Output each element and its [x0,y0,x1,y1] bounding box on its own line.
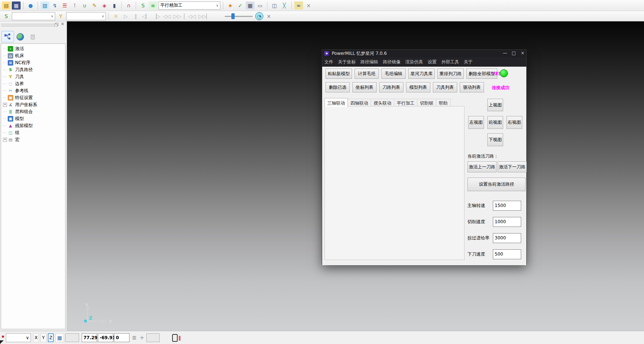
rewind-icon[interactable]: ◁◁ [162,12,172,20]
tree-item[interactable]: ≣层和组合 [1,108,65,115]
speed-input[interactable]: 3000 [493,233,521,243]
pause-icon[interactable]: ∥ [131,12,140,20]
tree-item[interactable]: +▤宏 [1,136,65,143]
menu-item[interactable]: 关于坐标 [338,59,356,65]
fast-forward-icon[interactable]: ▷▷ [173,12,182,20]
measure-icon[interactable]: ▭ [256,1,264,10]
speed-input[interactable]: 500 [493,249,521,259]
axis-x-button[interactable]: X [33,333,39,342]
pattern-points-icon[interactable]: ◈ [100,1,109,10]
toolbar-close-icon[interactable]: × [304,1,313,10]
toolpath-strategy-icon[interactable]: ↯ [50,1,59,10]
toolpath-select-dropdown[interactable]: ∨ [12,12,55,20]
view-bottom-button[interactable]: 下视图 [487,133,503,146]
lead-in-icon[interactable]: ∩ [124,1,133,10]
tool-check-icon[interactable]: ✓ [236,1,245,10]
expand-icon[interactable]: + [3,138,8,142]
tree-item[interactable]: ⌂机床 [1,52,65,59]
tree-item[interactable]: ≡NC程序 [1,59,65,66]
resize-grip[interactable] [0,340,4,344]
menu-item[interactable]: 文件 [324,59,333,65]
tree-item[interactable]: ✂参考线 [1,87,65,94]
tab[interactable]: 帮助 [436,99,451,107]
tool-select-dropdown[interactable]: ∨ [66,12,106,20]
explorer-tree-tab[interactable] [1,31,14,42]
tool-holder-icon[interactable]: ◫ [270,1,279,10]
axis-z-button[interactable]: Z [48,333,54,342]
dialog-action-button[interactable]: 星河刀具库 [408,69,435,79]
close-button[interactable]: × [519,50,527,57]
dialog-action-button[interactable]: 删除已选 [325,82,350,92]
swap-tools-icon[interactable]: ╳ [280,1,289,10]
save-project-icon[interactable]: ▦ [12,1,21,10]
tree-item[interactable]: ◌边界 [1,80,65,87]
open-project-icon[interactable]: ▤ [2,1,11,10]
dialog-action-button[interactable]: 毛坯编辑 [381,69,406,79]
maximize-button[interactable]: □ [510,50,518,57]
view-left-button[interactable]: 左视图 [468,116,484,129]
tab[interactable]: 四轴联动 [348,99,371,107]
tool-flash-icon[interactable]: ★ [226,1,235,10]
tolerance-field[interactable] [146,333,160,342]
workplane-cylinder-icon[interactable]: ▮ [110,1,119,10]
tab[interactable]: 摆头联动 [371,99,394,107]
toolbar-close-icon[interactable]: × [264,12,273,20]
dialog-titlebar[interactable]: ★ PowerMILL 忆梦星河 7.0.6 [322,50,526,57]
boundary-edit-icon[interactable]: ✎ [90,1,99,10]
panel-grip[interactable] [1,23,55,24]
block-icon[interactable]: ▧ [40,1,49,10]
dialog-action-button[interactable]: 粘贴新模型 [325,69,352,79]
workplane-axis-icon[interactable]: + [138,333,146,342]
tree-item[interactable]: ▲残留模型 [1,122,65,129]
slider-handle[interactable] [231,13,235,19]
coordinate-z-field[interactable]: 0 [114,333,129,342]
menu-item[interactable]: 路径编辑 [360,59,378,65]
dialog-action-button[interactable]: 重排列刀路 [437,69,464,79]
tree-item[interactable]: +∡用户坐标系 [1,101,65,108]
powermill-logo-icon[interactable]: S [2,12,11,20]
minimize-button[interactable]: — [501,50,509,57]
panel-grip[interactable] [1,25,55,26]
xyz-list-icon[interactable]: ≣ [131,333,138,342]
menu-item[interactable]: 外部工具 [441,59,459,65]
skip-end-icon[interactable]: ▷▷▏ [198,12,211,20]
lightbulb-icon[interactable]: ☼ [111,12,120,20]
search-binoculars-icon[interactable]: ∞ [294,1,303,10]
tree-item[interactable]: ◫组 [1,129,65,136]
coordinate-x-field[interactable]: 77.2951 [82,333,97,342]
tree-item[interactable]: S刀具路径 [1,66,65,73]
tools-icon[interactable]: Y [56,12,65,20]
view-front-button[interactable]: 前视图 [487,116,503,129]
calculator-icon[interactable]: ▦ [246,1,255,10]
web-globe-tab[interactable] [14,31,26,42]
dialog-action-button[interactable]: 刀路列表 [379,82,403,92]
tree-item[interactable]: ▣模型 [1,115,65,122]
powermill-logo-icon[interactable]: S [139,1,147,10]
float-panel-icon[interactable] [54,22,58,28]
leads-links-icon[interactable]: ∪ [80,1,89,10]
skip-start-icon[interactable]: ▏◁◁ [183,12,196,20]
set-active-path-button[interactable]: 设置当前激活路径 [467,178,526,191]
view-right-button[interactable]: 右视图 [506,116,522,129]
tree-item[interactable]: ›激活 [1,45,65,52]
axis-y-button[interactable]: Y [40,333,46,342]
tab[interactable]: 三轴联动 [324,98,348,107]
feeds-speeds-icon[interactable]: ☰ [60,1,69,10]
play-icon[interactable]: ▷ [121,12,130,20]
view-top-button[interactable]: 上视图 [487,99,503,111]
coordinate-y-field[interactable]: -69.918 [98,333,113,342]
step-forward-icon[interactable]: ▕▷ [152,12,161,20]
grid-snap-icon[interactable]: ▦ [55,333,64,342]
menu-item[interactable]: 设置 [428,59,437,65]
panel-close-icon[interactable]: × [61,21,64,27]
dialog-action-button[interactable]: 计算毛坯 [355,69,379,79]
tab[interactable]: 切割锯 [417,99,436,107]
menu-item[interactable]: 渲染仿真 [405,59,423,65]
tree-item[interactable]: Y刀具 [1,73,65,80]
activate-next-toolpath-button[interactable]: 激活下一刀路 [498,161,527,172]
step-back-icon[interactable]: ◁▏ [141,12,151,20]
dialog-action-button[interactable]: 刀具列表 [433,82,457,92]
speed-input[interactable]: 1500 [493,201,521,211]
expand-icon[interactable]: + [3,103,8,107]
strategy-dropdown[interactable]: 平行精加工∨ [159,1,220,10]
